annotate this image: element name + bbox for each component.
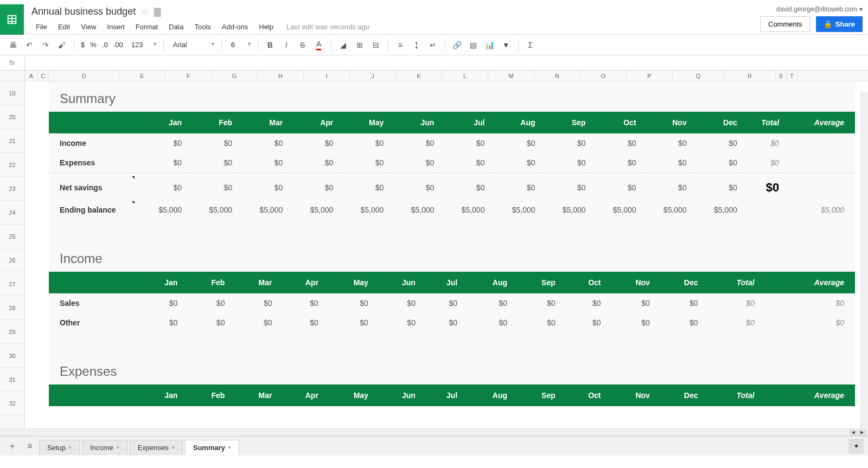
cell[interactable]: $0 (512, 293, 560, 313)
column-header-L[interactable]: L (442, 70, 488, 81)
cell[interactable]: $0 (590, 133, 641, 153)
horizontal-scrollbar[interactable]: ◄ ► (0, 428, 868, 436)
cell[interactable]: $0 (186, 133, 237, 153)
cell[interactable]: $0 (654, 293, 703, 313)
cell-average[interactable] (783, 153, 855, 173)
cell[interactable]: $0 (136, 153, 186, 173)
functions-icon[interactable]: Σ (523, 37, 538, 53)
cell[interactable]: $0 (438, 153, 489, 173)
cell[interactable]: $0 (276, 293, 322, 313)
cell[interactable]: $0 (237, 175, 287, 200)
currency-format-button[interactable]: $ (79, 41, 87, 49)
menu-format[interactable]: Format (131, 21, 162, 33)
chevron-down-icon[interactable]: ▾ (117, 445, 119, 450)
cell[interactable]: $0 (691, 133, 742, 153)
cell[interactable]: $0 (438, 133, 489, 153)
cell[interactable]: $0 (462, 293, 512, 313)
cell[interactable]: $0 (237, 153, 287, 173)
row-header-25[interactable]: 25 (0, 225, 24, 248)
cell[interactable]: $0 (287, 133, 337, 153)
cell[interactable]: $0 (512, 313, 560, 332)
scroll-left-icon[interactable]: ◄ (850, 429, 857, 436)
row-header-26[interactable]: 26 (0, 248, 24, 272)
cell[interactable]: $0 (388, 175, 438, 200)
insert-link-icon[interactable]: 🔗 (450, 37, 465, 53)
row-header-32[interactable]: 32 (0, 392, 24, 415)
add-sheet-button[interactable]: + (4, 439, 21, 454)
cell[interactable]: $0 (323, 313, 373, 332)
cell[interactable]: $0 (590, 175, 641, 200)
cell[interactable]: $0 (287, 175, 337, 200)
vertical-scrollbar[interactable] (860, 92, 868, 428)
cell-average[interactable]: $0 (759, 293, 855, 313)
row-header-30[interactable]: 30 (0, 344, 24, 368)
formula-input[interactable] (25, 55, 868, 70)
cell[interactable]: $0 (186, 175, 237, 200)
cell[interactable]: $0 (489, 133, 539, 153)
cell[interactable]: $5,000 (641, 200, 691, 220)
folder-icon[interactable]: ▇ (154, 7, 161, 17)
font-select[interactable]: Arial (168, 38, 217, 52)
paint-format-icon[interactable]: 🖌 (54, 37, 69, 53)
cell[interactable]: $5,000 (438, 200, 489, 220)
scroll-right-icon[interactable]: ► (858, 429, 866, 436)
cell[interactable]: $5,000 (237, 200, 287, 220)
cell[interactable]: $0 (438, 175, 489, 200)
cell[interactable]: $0 (605, 313, 654, 332)
column-header-P[interactable]: P (627, 70, 673, 81)
row-header-27[interactable]: 27 (0, 272, 24, 296)
cell[interactable]: $0 (489, 153, 539, 173)
undo-icon[interactable]: ↶ (22, 37, 37, 53)
row-header-22[interactable]: 22 (0, 153, 24, 177)
cell[interactable]: $0 (420, 313, 462, 332)
cell[interactable]: $0 (605, 293, 654, 313)
chevron-down-icon[interactable]: ▾ (172, 445, 175, 450)
column-header-D[interactable]: D (49, 70, 119, 81)
cell[interactable]: $0 (462, 313, 512, 332)
menu-edit[interactable]: Edit (54, 21, 74, 33)
row-header-20[interactable]: 20 (0, 105, 24, 129)
text-color-button[interactable]: A (311, 37, 327, 53)
cell[interactable]: $0 (540, 175, 590, 200)
column-header-F[interactable]: F (165, 70, 212, 81)
percent-format-button[interactable]: % (88, 41, 99, 49)
sheet-tab-income[interactable]: Income▾ (82, 440, 127, 455)
cell[interactable]: $0 (229, 313, 276, 332)
text-wrap-button[interactable]: ↵ (425, 37, 441, 53)
cell[interactable]: $0 (691, 175, 742, 200)
cell[interactable]: $0 (560, 293, 605, 313)
cell-average[interactable] (783, 175, 855, 200)
column-header-S[interactable]: S (776, 70, 787, 81)
cell[interactable]: $0 (489, 175, 539, 200)
cell[interactable]: $0 (182, 293, 229, 313)
column-header-T[interactable]: T (787, 70, 797, 81)
cell[interactable]: $0 (641, 153, 691, 173)
font-size-select[interactable]: 6 (226, 38, 253, 52)
cell[interactable]: $5,000 (388, 200, 438, 220)
share-button[interactable]: 🔒Share (816, 16, 863, 32)
column-header-C[interactable]: C (38, 70, 49, 81)
merge-cells-button[interactable]: ⊟ (368, 37, 384, 53)
column-header-E[interactable]: E (119, 70, 165, 81)
cell[interactable]: $0 (276, 313, 322, 332)
menu-insert[interactable]: Insert (103, 21, 129, 33)
cell[interactable]: $5,000 (590, 200, 641, 220)
number-format-select[interactable]: 123 (126, 38, 159, 52)
cell[interactable]: $0 (229, 293, 276, 313)
cell[interactable]: $0 (337, 153, 388, 173)
menu-help[interactable]: Help (254, 21, 278, 33)
cell[interactable]: $0 (641, 175, 691, 200)
cell[interactable]: $0 (182, 313, 229, 332)
redo-icon[interactable]: ↷ (38, 37, 53, 53)
cell[interactable]: $5,000 (691, 200, 742, 220)
sheet-tab-expenses[interactable]: Expenses▾ (130, 440, 183, 455)
cell[interactable]: $0 (654, 313, 703, 332)
cell[interactable]: $0 (136, 313, 182, 332)
cell[interactable]: $0 (388, 153, 438, 173)
decrease-decimal-button[interactable]: .0 (100, 41, 110, 49)
insert-chart-icon[interactable]: 📊 (482, 37, 497, 53)
cell-average[interactable]: $0 (759, 313, 855, 332)
cell[interactable]: $0 (388, 133, 438, 153)
cell-total[interactable]: $0 (742, 133, 783, 153)
italic-button[interactable]: I (279, 37, 294, 53)
